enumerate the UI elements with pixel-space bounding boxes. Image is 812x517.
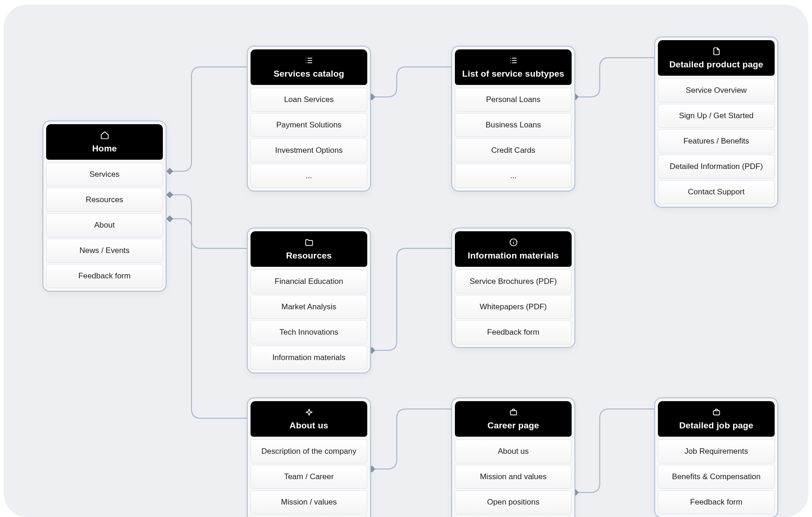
list-icon [509,56,518,67]
card-header: Services catalog [251,49,367,85]
svg-point-13 [305,62,306,63]
nav-item-contact-support[interactable]: Contact Support [658,180,775,204]
briefcase-icon [712,408,721,419]
card-title: Home [92,144,117,154]
card-title: About us [290,421,328,431]
nav-item-mission-values[interactable]: Mission / values [251,490,367,514]
nav-item-job-requirements[interactable]: Job Requirements [658,439,775,463]
nav-item-feedback-form[interactable]: Feedback form [46,264,163,288]
nav-item-about[interactable]: About [46,213,163,237]
nav-item-about-us[interactable]: About us [455,439,572,463]
card-detailed-product: Detailed product page Service Overview S… [654,36,778,208]
nav-item-feedback-form[interactable]: Feedback form [658,490,775,514]
nav-item-news-events[interactable]: News / Events [46,239,163,263]
card-header: About us [251,401,367,437]
nav-item-open-positions[interactable]: Open positions [455,490,572,514]
card-services-catalog: Services catalog Loan Services Payment S… [247,46,371,192]
card-title: List of service subtypes [462,69,564,79]
nav-item-market-analysis[interactable]: Market Analysis [251,295,367,319]
nav-item-more[interactable]: ... [251,164,367,188]
nav-item-payment-solutions[interactable]: Payment Solutions [251,113,367,137]
card-service-subtypes: List of service subtypes Personal Loans … [451,46,575,192]
nav-item-service-overview[interactable]: Service Overview [658,78,775,102]
card-career-page: Career page About us Mission and values … [451,397,575,517]
nav-item-credit-cards[interactable]: Credit Cards [455,138,572,162]
nav-item-loan-services[interactable]: Loan Services [251,88,367,112]
nav-item-information-materials[interactable]: Information materials [251,346,367,370]
card-title: Detailed job page [679,421,753,431]
svg-point-17 [510,58,511,59]
svg-rect-24 [713,410,719,415]
nav-item-benefits-compensation[interactable]: Benefits & Compensation [658,465,775,489]
nav-item-financial-education[interactable]: Financial Education [251,270,367,294]
card-title: Information materials [468,251,559,261]
card-header: Career page [455,401,572,437]
card-header: Home [46,124,163,160]
card-detailed-job: Detailed job page Job Requirements Benef… [654,397,778,517]
nav-item-detailed-info-pdf[interactable]: Detailed Information (PDF) [658,155,775,179]
nav-item-service-brochures[interactable]: Service Brochures (PDF) [455,270,572,294]
document-icon [712,47,721,58]
svg-point-19 [510,62,511,63]
nav-item-company-description[interactable]: Description of the company [251,439,367,463]
card-header: Resources [251,231,367,267]
home-icon [100,131,109,142]
nav-item-resources[interactable]: Resources [46,188,163,212]
card-title: Services catalog [274,69,344,79]
sparkle-icon [304,408,314,419]
nav-item-business-loans[interactable]: Business Loans [455,113,572,137]
nav-item-mission-and-values[interactable]: Mission and values [455,465,572,489]
card-header: List of service subtypes [455,49,572,85]
svg-point-18 [510,60,511,61]
nav-item-signup[interactable]: Sign Up / Get Started [658,104,775,128]
nav-item-team-career[interactable]: Team / Career [251,465,367,489]
nav-item-tech-innovations[interactable]: Tech Innovations [251,320,367,344]
list-icon [304,56,314,67]
nav-item-services[interactable]: Services [46,162,163,186]
svg-point-12 [305,60,306,61]
card-title: Detailed product page [669,60,764,70]
card-header: Detailed job page [658,401,775,437]
card-header: Information materials [455,231,572,267]
svg-point-11 [305,58,306,59]
svg-point-22 [513,240,513,241]
briefcase-icon [509,408,518,419]
card-title: Resources [286,251,332,261]
card-home: Home Services Resources About News / Eve… [42,120,167,292]
nav-item-features-benefits[interactable]: Features / Benefits [658,129,775,153]
nav-item-more[interactable]: ... [455,164,572,188]
nav-item-investment-options[interactable]: Investment Options [251,138,367,162]
card-about-us: About us Description of the company Team… [247,397,371,517]
info-icon [509,238,518,249]
card-info-materials: Information materials Service Brochures … [451,228,575,348]
nav-item-feedback-form[interactable]: Feedback form [455,320,572,344]
svg-rect-23 [510,410,516,415]
folder-icon [304,238,314,249]
card-header: Detailed product page [658,40,775,76]
card-title: Career page [487,421,539,431]
nav-item-whitepapers[interactable]: Whitepapers (PDF) [455,295,572,319]
nav-item-personal-loans[interactable]: Personal Loans [455,88,572,112]
card-resources: Resources Financial Education Market Ana… [247,228,371,373]
